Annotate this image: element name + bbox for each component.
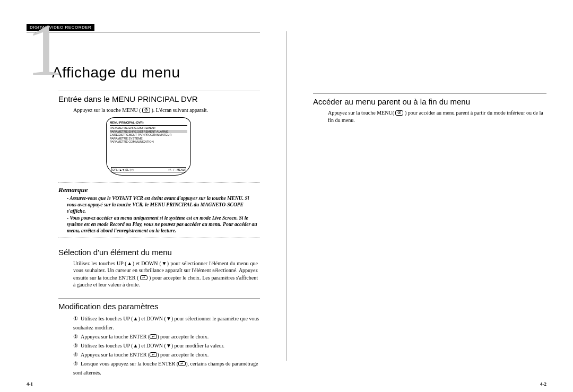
page-number-left: 4-1 (27, 381, 33, 387)
step-num: ⑤ (73, 359, 81, 368)
section-rule (58, 91, 260, 91)
left-page: DIGITAL VIDEO RECORDER 1 Affichage du me… (0, 0, 286, 392)
tv-title: MENU PRINCIPAL (DVR) (110, 121, 187, 125)
step-num: ④ (73, 350, 81, 359)
tv-sep (110, 125, 187, 126)
section1-body: Appuyez sur la touche MENU ( ⦿ ). L'écra… (73, 107, 258, 114)
text: Utilisez les touches UP (▲) et DOWN (▼) … (81, 343, 224, 349)
tv-item: PARAMETRE COMMUNICATION (110, 140, 187, 144)
step-num: ① (73, 314, 81, 323)
remarque-block: Remarque - Assurez-vous que le VOYANT VC… (58, 182, 260, 238)
section-rule (58, 298, 260, 299)
section-title-entree: Entrée dans le MENU PRINCIPAL DVR (58, 94, 260, 103)
section2-body: Utilisez les touches UP (▲) et DOWN (▼) … (73, 260, 258, 289)
remarque-title: Remarque (58, 186, 260, 194)
step-row: ①Utilisez les touches UP (▲) et DOWN (▼)… (73, 314, 260, 332)
enter-key-icon: ↵ (150, 334, 157, 339)
dotted-rule (58, 238, 260, 238)
text: Utilisez les touches UP (▲) et DOWN (▼) … (73, 316, 259, 330)
text: Appuyez sur la touche MENU( (328, 110, 394, 116)
remarque-item: - Vous pouvez accéder au menu uniquement… (67, 215, 258, 234)
section-rule (313, 93, 546, 94)
menu-key-icon: ⦿ (142, 108, 150, 113)
enter-key-icon: ↵ (140, 275, 147, 281)
tv-item: ENREGISTREMENT PAR PROGRAMMATEUR (110, 133, 187, 137)
spacer (313, 21, 546, 84)
text: Assurez-vous que le VOYANT VCR est étein… (67, 196, 249, 214)
tv-footer: DPL-(▲▼)SL-(↵) ↵/←/→MENU (111, 167, 186, 172)
section-selection: Sélection d'un élément du menu Utilisez … (58, 248, 260, 289)
text: Lorsque vous appuyez sur la touche ENTER… (81, 361, 178, 367)
text: ) pour accepter le choix. (157, 334, 209, 339)
step-list: ①Utilisez les touches UP (▲) et DOWN (▼)… (73, 314, 260, 377)
main-title: Affichage du menu (52, 64, 260, 81)
section-title-selection: Sélection d'un élément du menu (58, 248, 260, 257)
tv-item-highlight: PARAMETRE ENREGISTREMENT ALARME (110, 130, 187, 134)
step-row: ②Appuyez sur la touche ENTER (↵) pour ac… (73, 332, 260, 341)
tv-inner: MENU PRINCIPAL (DVR) PARAMETRE ENREGISTR… (110, 121, 187, 144)
text: ) pour accepter le choix. (157, 352, 209, 358)
tv-item: PARAMETRE SYSTEME (110, 137, 187, 141)
tv-footer-left: DPL-(▲▼)SL-(↵) (112, 168, 134, 171)
page-spread: DIGITAL VIDEO RECORDER 1 Affichage du me… (0, 0, 573, 392)
chapter-number: 1 (27, 20, 64, 80)
text: Appuyez sur la touche ENTER ( (81, 352, 150, 358)
page-number-right: 4-2 (540, 381, 546, 387)
dotted-rule (58, 182, 260, 182)
tv-footer-right: ↵/←/→MENU (168, 168, 185, 171)
step-row: ③Utilisez les touches UP (▲) et DOWN (▼)… (73, 341, 260, 350)
section-modification: Modification des paramètres ①Utilisez le… (58, 298, 260, 377)
step-num: ② (73, 332, 81, 341)
enter-key-icon: ↵ (150, 352, 157, 358)
tv-item: PARAMETRE ENREGISTREMENT (110, 126, 187, 130)
text: ). L'écran suivant apparaît. (151, 107, 207, 113)
section-acceder: Accéder au menu parent ou à la fin du me… (313, 93, 546, 124)
tv-screen: MENU PRINCIPAL (DVR) PARAMETRE ENREGISTR… (106, 117, 191, 176)
section-title-acceder: Accéder au menu parent ou à la fin du me… (313, 97, 546, 106)
text: Appuyez sur la touche ENTER ( (81, 334, 150, 339)
right-body: Appuyez sur la touche MENU( ⦿ ) pour acc… (328, 109, 546, 124)
section-entree: Entrée dans le MENU PRINCIPAL DVR Appuye… (58, 91, 260, 176)
step-row: ⑤Lorsque vous appuyez sur la touche ENTE… (73, 359, 260, 377)
step-num: ③ (73, 341, 81, 350)
menu-key-icon: ⦿ (395, 110, 403, 116)
text: Vous pouvez accéder au menu uniquement s… (67, 215, 257, 234)
text: Appuyez sur la touche MENU ( (73, 107, 141, 113)
right-page: Accéder au menu parent ou à la fin du me… (286, 0, 573, 392)
step-row: ④Appuyez sur la touche ENTER (↵) pour ac… (73, 350, 260, 359)
section-title-modification: Modification des paramètres (58, 302, 260, 311)
enter-key-icon: ↵ (178, 361, 186, 367)
remarque-item: - Assurez-vous que le VOYANT VCR est éte… (67, 195, 258, 215)
